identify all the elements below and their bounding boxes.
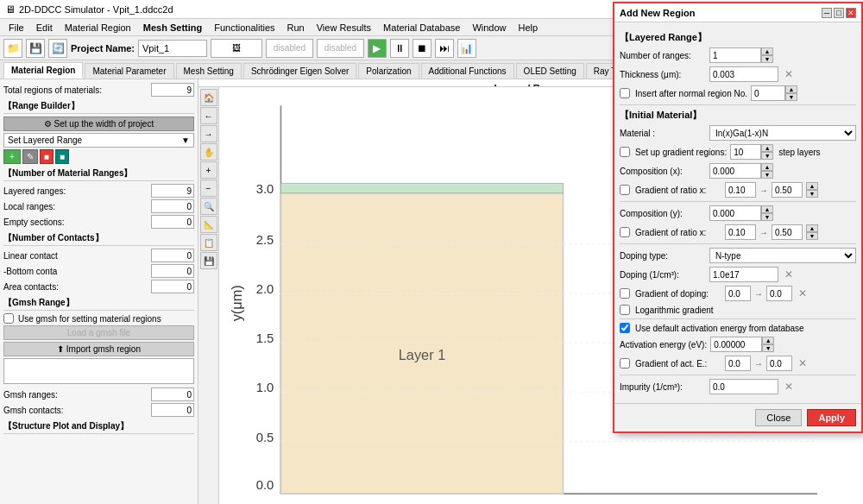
add-new-region-dialog: 13 Add New Region ─ □ ✕ 【Layered Range】 … <box>613 2 863 433</box>
gradient-ratio-x-label: Gradient of ratio x: <box>635 186 721 195</box>
composition-x-input[interactable] <box>709 163 761 179</box>
composition-x-down[interactable]: ▼ <box>761 171 773 179</box>
doping-type-label: Doping type: <box>620 251 706 261</box>
activation-up[interactable]: ▲ <box>762 337 774 344</box>
dialog-title: Add New Region <box>620 8 695 18</box>
gradient-ratio-x-from[interactable] <box>725 182 756 198</box>
gradient-ratio-y-to[interactable] <box>772 224 803 240</box>
ratio-y-up[interactable]: ▲ <box>806 224 818 232</box>
ratio-x-down[interactable]: ▼ <box>806 190 818 198</box>
use-default-activation-checkbox[interactable] <box>620 323 630 333</box>
composition-x-label: Composition (x): <box>620 167 706 176</box>
ratio-y-down[interactable]: ▼ <box>806 232 818 240</box>
num-ranges-label: Number of ranges: <box>620 51 706 60</box>
arrow-act: → <box>754 359 763 369</box>
gradient-ratio-x-checkbox[interactable] <box>620 185 630 195</box>
insert-after-input[interactable] <box>751 85 785 101</box>
ratio-x-up[interactable]: ▲ <box>806 182 818 190</box>
gradient-ratio-x-to[interactable] <box>772 182 803 198</box>
impurity-clear[interactable]: ✕ <box>782 380 796 394</box>
act-clear[interactable]: ✕ <box>796 356 809 370</box>
gradient-steps-input[interactable] <box>730 144 761 160</box>
setup-gradient-label: Set up gradient regions: <box>635 148 727 157</box>
gradient-down[interactable]: ▼ <box>761 152 773 160</box>
gradient-act-label: Gradient of act. E.: <box>635 359 721 369</box>
dialog-close-button[interactable]: Close <box>755 409 802 426</box>
gradient-ratio-y-label: Gradient of ratio x: <box>635 228 721 237</box>
doping-grad-clear[interactable]: ✕ <box>796 287 809 300</box>
main-layout: Total regions of materials: 【Range Build… <box>0 79 863 504</box>
dialog-maximize[interactable]: □ <box>834 8 844 18</box>
activation-down[interactable]: ▼ <box>762 344 774 352</box>
gradient-act-from[interactable] <box>725 356 751 371</box>
dialog-title-bar: Add New Region ─ □ ✕ <box>614 3 861 22</box>
doping-label: Doping (1/cm³): <box>620 270 706 280</box>
thickness-input[interactable] <box>709 66 778 82</box>
gradient-doping-checkbox[interactable] <box>620 288 630 299</box>
doping-input[interactable] <box>709 267 778 282</box>
composition-y-input[interactable] <box>709 205 761 221</box>
gradient-up[interactable]: ▲ <box>761 144 773 152</box>
gradient-ratio-y-checkbox[interactable] <box>620 227 630 237</box>
dialog-body: 【Layered Range】 Number of ranges: ▲ ▼ Th… <box>614 22 861 403</box>
material-select[interactable]: In(x)Ga(1-x)N <box>709 125 856 141</box>
composition-y-label: Composition (y): <box>620 209 706 218</box>
activation-energy-input[interactable] <box>710 337 762 352</box>
arrow-y: → <box>759 228 768 237</box>
doping-type-select[interactable]: N-type P-type <box>709 248 856 263</box>
thickness-label: Thickness (μm): <box>620 70 706 79</box>
arrow-x: → <box>759 186 768 195</box>
composition-y-up[interactable]: ▲ <box>761 205 773 213</box>
log-gradient-label: Logarithmic gradient <box>635 306 721 315</box>
dialog-overlay: 13 Add New Region ─ □ ✕ 【Layered Range】 … <box>0 0 863 504</box>
insert-after-up[interactable]: ▲ <box>785 85 797 93</box>
gradient-region-checkbox[interactable] <box>620 147 630 157</box>
num-ranges-input[interactable] <box>709 47 761 63</box>
dialog-close[interactable]: ✕ <box>846 8 856 18</box>
gradient-act-to[interactable] <box>766 356 792 371</box>
dialog-layered-range-header: 【Layered Range】 <box>620 31 856 44</box>
insert-after-label: Insert after normal region No. <box>635 89 747 98</box>
insert-after-down[interactable]: ▼ <box>785 93 797 101</box>
gradient-doping-label: Gradient of doping: <box>635 289 721 299</box>
impurity-input[interactable] <box>709 379 778 394</box>
dialog-apply-button[interactable]: Apply <box>807 409 856 426</box>
composition-y-down[interactable]: ▼ <box>761 213 773 221</box>
use-default-activation-label: Use default activation energy from datab… <box>635 324 804 333</box>
arrow-doping: → <box>754 289 763 299</box>
insert-after-checkbox[interactable] <box>620 88 630 98</box>
dialog-footer: Close Apply <box>614 403 861 432</box>
log-gradient-checkbox[interactable] <box>620 305 630 315</box>
dialog-initial-material-header: 【Initial Material】 <box>620 109 856 122</box>
gradient-ratio-y-from[interactable] <box>725 224 756 240</box>
composition-x-up[interactable]: ▲ <box>761 163 773 171</box>
activation-energy-label: Activation energy (eV): <box>620 340 707 350</box>
dialog-minimize[interactable]: ─ <box>822 8 832 18</box>
impurity-label: Impurity (1/cm³): <box>620 382 706 392</box>
gradient-doping-from[interactable] <box>725 286 751 301</box>
step-layers-label: step layers <box>778 148 820 157</box>
num-ranges-up[interactable]: ▲ <box>761 47 773 55</box>
doping-clear[interactable]: ✕ <box>782 268 796 281</box>
num-ranges-down[interactable]: ▼ <box>761 55 773 63</box>
material-label: Material : <box>620 129 706 138</box>
gradient-act-checkbox[interactable] <box>620 358 630 369</box>
gradient-doping-to[interactable] <box>766 286 792 301</box>
thickness-clear[interactable]: ✕ <box>782 67 796 81</box>
